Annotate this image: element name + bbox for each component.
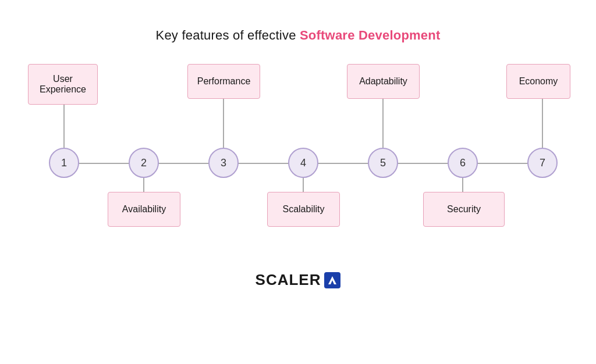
- box-security: Security: [423, 192, 505, 227]
- brand-icon: [324, 272, 340, 288]
- footer: SCALER: [256, 271, 341, 289]
- page-title: Key features of effective Software Devel…: [155, 28, 440, 43]
- brand-name: SCALER: [256, 271, 321, 289]
- vline-7-top: [542, 99, 543, 148]
- box-availability: Availability: [108, 192, 180, 227]
- box-user-experience: UserExperience: [28, 64, 98, 105]
- node-1: 1: [49, 148, 79, 178]
- vline-2-bottom: [143, 178, 144, 192]
- title-highlight: Software Development: [300, 28, 441, 42]
- node-5: 5: [368, 148, 398, 178]
- title-prefix: Key features of effective: [155, 28, 299, 42]
- vline-5-top: [382, 99, 384, 148]
- box-scalability: Scalability: [267, 192, 340, 227]
- box-economy: Economy: [506, 64, 570, 99]
- node-7: 7: [527, 148, 558, 178]
- node-2: 2: [129, 148, 159, 178]
- node-6: 6: [448, 148, 478, 178]
- diagram: 1 2 3 4 5 6 7 UserExperience Performance…: [19, 53, 577, 257]
- box-performance: Performance: [187, 64, 260, 99]
- vline-6-bottom: [462, 178, 463, 192]
- vline-4-bottom: [303, 178, 304, 192]
- vline-1-top: [63, 105, 65, 148]
- box-adaptability: Adaptability: [347, 64, 420, 99]
- node-3: 3: [208, 148, 239, 178]
- node-4: 4: [288, 148, 318, 178]
- vline-3-top: [223, 99, 224, 148]
